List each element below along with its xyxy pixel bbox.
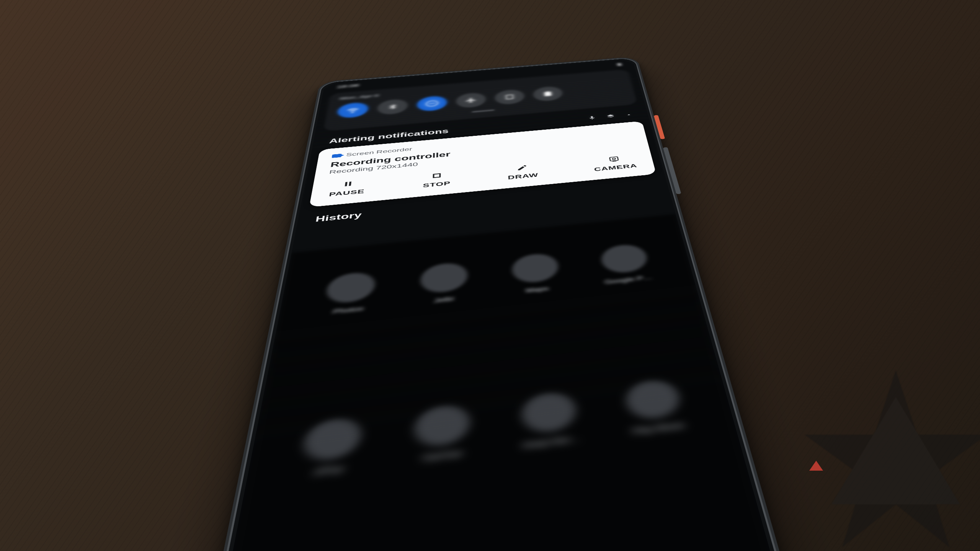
app-label: GPay [314,464,344,478]
battery-icon: ▮ [616,62,622,67]
app-label: Keep Not… [523,434,581,450]
app-label: Google P… [604,274,653,286]
qs-drag-handle[interactable] [472,109,495,112]
app-label: Play Music [632,421,686,436]
qs-battery-saver[interactable] [532,86,564,102]
stop-button[interactable]: STOP [423,171,451,189]
collapse-icon[interactable] [625,112,634,118]
videocam-icon [332,153,341,158]
camera-button[interactable]: CAMERA [592,154,638,173]
layers-icon[interactable] [606,114,615,120]
pencil-icon [515,163,529,172]
mic-icon[interactable] [588,115,597,121]
pause-button[interactable]: PAUSE [328,179,366,198]
svg-rect-5 [609,157,618,161]
svg-rect-4 [434,174,440,178]
app-label: Jelbi [434,295,454,304]
watermark-red-triangle [809,461,823,471]
app-label: TickTick [421,448,462,463]
app-label: Photos [332,305,364,315]
svg-rect-2 [345,182,348,186]
camera-label: CAMERA [594,163,638,172]
svg-line-7 [612,161,616,161]
svg-rect-1 [429,103,435,104]
watermark-star [789,360,980,551]
qs-rotation[interactable] [495,89,525,105]
draw-button[interactable]: DRAW [507,163,539,181]
svg-rect-3 [349,181,351,186]
qs-bluetooth[interactable] [377,98,408,115]
app-label: Maps [526,285,549,294]
pause-label: PAUSE [328,188,365,198]
qs-dnd[interactable] [416,95,447,112]
svg-point-6 [612,158,616,160]
camera-icon [606,155,621,163]
stop-label: STOP [423,180,451,189]
qs-wifi[interactable] [336,102,369,119]
qs-airplane[interactable] [456,92,486,108]
home-grid-dimmed: Photos Jelbi Maps Google P… GPay TickTic… [212,214,776,551]
status-time: 18:06 [336,83,359,90]
pause-icon [340,179,355,188]
stop-icon [430,171,444,180]
draw-label: DRAW [508,172,539,181]
